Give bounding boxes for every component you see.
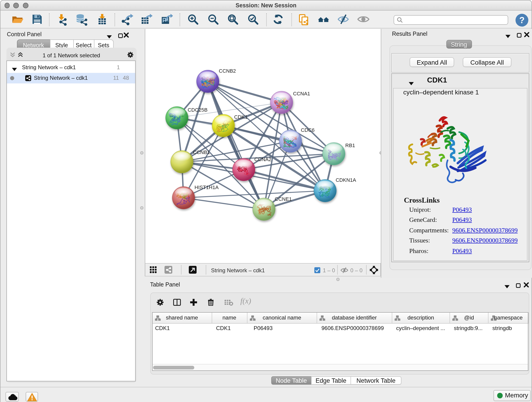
svg-text:CDK1: CDK1 [234,114,247,120]
svg-text:?: ? [519,15,525,25]
svg-text:CDKN1A: CDKN1A [336,177,356,183]
svg-text:CCNA2: CCNA2 [254,157,271,162]
svg-text:CCNE1: CCNE1 [274,196,292,202]
svg-text:CCNB1: CCNB1 [193,149,210,155]
svg-text:CDC6: CDC6 [301,127,314,133]
svg-text:CDC25B: CDC25B [187,107,207,113]
svg-text:RB1: RB1 [345,143,355,148]
svg-text:CCNA1: CCNA1 [293,91,310,96]
svg-text:HIST1H1A: HIST1H1A [194,185,218,190]
svg-text:CCNB2: CCNB2 [219,68,236,74]
